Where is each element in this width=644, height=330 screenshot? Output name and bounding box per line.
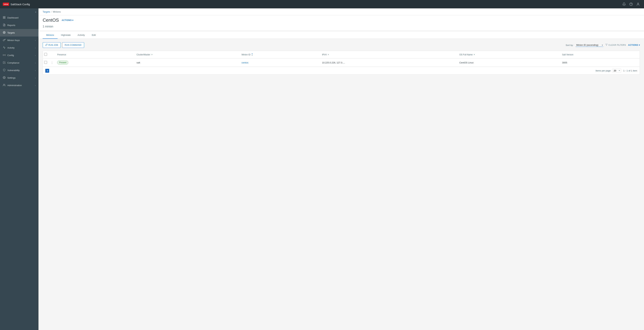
- column-header-salt-version: Salt Version: [560, 51, 640, 58]
- administration-chevron: ›: [35, 84, 36, 86]
- page-header-top: CentOS ACTIONS ▾: [43, 17, 640, 24]
- collapse-icon[interactable]: «: [35, 10, 36, 13]
- tab-activity[interactable]: Activity: [74, 32, 88, 39]
- toolbar: RUN JOB RUN COMMAND Sort by: Minion ID (…: [43, 42, 640, 48]
- actions-chevron-icon: ▾: [72, 19, 74, 21]
- sidebar-item-compliance[interactable]: Compliance ›: [0, 59, 38, 67]
- column-header-minion-id[interactable]: Minion ID ▲ ▼: [239, 51, 320, 58]
- sidebar-label-administration: Administration: [7, 84, 22, 87]
- svg-rect-6: [3, 18, 4, 18]
- content-area: RUN JOB RUN COMMAND Sort by: Minion ID (…: [38, 39, 644, 330]
- row-checkbox-cell: [43, 58, 49, 67]
- run-job-button[interactable]: RUN JOB: [43, 42, 61, 48]
- toolbar-actions-button[interactable]: ACTIONS ▾: [628, 44, 640, 46]
- minion-id-link[interactable]: centos: [242, 61, 248, 64]
- sort-label: Sort by:: [566, 44, 574, 46]
- svg-marker-15: [606, 44, 608, 46]
- column-header-cluster-master[interactable]: Cluster/Master ▼: [134, 51, 239, 58]
- clear-filters-button[interactable]: CLEAR FILTERS: [605, 44, 626, 46]
- minion-keys-icon: [3, 39, 6, 42]
- breadcrumb-bar: Targets / Minions: [38, 8, 644, 15]
- cluster-filter-icon[interactable]: ▼: [151, 54, 153, 56]
- toolbar-left: RUN JOB RUN COMMAND: [43, 42, 84, 48]
- targets-icon: [3, 31, 6, 34]
- svg-point-11: [4, 32, 4, 33]
- column-expander-button[interactable]: [45, 69, 49, 73]
- cell-ipv4: 10.225.0.226, 127.0....: [320, 58, 457, 67]
- minions-table: Presence Cluster/Master ▼: [43, 51, 640, 67]
- sidebar-item-reports[interactable]: Reports: [0, 21, 38, 29]
- row-menu-button[interactable]: ⋮: [50, 60, 54, 65]
- svg-rect-3: [3, 16, 4, 17]
- select-all-checkbox[interactable]: [44, 53, 47, 56]
- breadcrumb-separator: /: [51, 10, 52, 13]
- filter-icon: [605, 44, 608, 46]
- sidebar-item-vulnerability[interactable]: Vulnerability ›: [0, 67, 38, 74]
- run-job-icon: [45, 44, 48, 46]
- sidebar-collapse[interactable]: «: [0, 8, 38, 14]
- administration-icon: [3, 84, 6, 87]
- svg-point-12: [4, 55, 4, 55]
- per-page-select[interactable]: 10 20 50 100: [612, 69, 621, 73]
- sort-asc-arrow[interactable]: ▲: [251, 53, 253, 54]
- sidebar-item-minion-keys[interactable]: Minion Keys ›: [0, 36, 38, 44]
- ipv4-filter-icon[interactable]: ▼: [328, 54, 329, 56]
- help-icon[interactable]: [628, 1, 634, 7]
- table-wrapper: Presence Cluster/Master ▼: [43, 51, 640, 75]
- dashboard-icon: [3, 16, 6, 19]
- run-command-button[interactable]: RUN COMMAND: [62, 42, 84, 48]
- column-header-ipv4[interactable]: IPV4 ▼: [320, 51, 457, 58]
- svg-rect-4: [4, 16, 5, 17]
- row-checkbox[interactable]: [44, 61, 47, 64]
- config-icon: [3, 54, 6, 57]
- tab-highstate[interactable]: Highstate: [58, 32, 74, 39]
- sidebar: « Dashboard Reports T: [0, 8, 38, 330]
- items-per-page: Items per page 10 20 50 100: [596, 69, 621, 73]
- cell-cluster-master: salt: [134, 58, 239, 67]
- vulnerability-icon: [3, 69, 6, 72]
- activity-icon: [3, 46, 6, 49]
- row-menu-cell: ⋮: [49, 58, 55, 67]
- cell-minion-id: centos: [239, 58, 320, 67]
- page-actions-button[interactable]: ACTIONS ▾: [62, 19, 74, 21]
- svg-point-2: [638, 3, 639, 4]
- pagination-bar: Items per page 10 20 50 100 1 - 1 of 1 i…: [43, 67, 640, 74]
- compliance-chevron: ›: [35, 62, 36, 64]
- main-content: Targets / Minions CentOS ACTIONS ▾ 1 min…: [38, 8, 644, 330]
- minion-id-sort-arrows[interactable]: ▲ ▼: [251, 53, 253, 56]
- sidebar-item-administration[interactable]: Administration ›: [0, 82, 38, 89]
- column-header-os-full-name[interactable]: OS Full Name ▼: [457, 51, 560, 58]
- pagination-range: 1 - 1 of 1 item: [623, 69, 637, 72]
- top-nav-right: [621, 1, 641, 7]
- sort-desc-arrow[interactable]: ▼: [251, 55, 253, 56]
- toolbar-actions-chevron: ▾: [639, 44, 640, 46]
- config-chevron: ›: [35, 54, 36, 56]
- presence-badge: Present: [57, 61, 68, 64]
- sidebar-item-activity[interactable]: Activity ›: [0, 44, 38, 51]
- os-filter-icon[interactable]: ▼: [474, 54, 475, 56]
- sidebar-item-targets[interactable]: Targets: [0, 29, 38, 36]
- minion-keys-chevron: ›: [35, 39, 36, 41]
- sort-select-wrap: Minion ID (ascending) Minion ID (descend…: [576, 43, 603, 47]
- page-title: CentOS: [43, 17, 59, 23]
- sort-select[interactable]: Minion ID (ascending) Minion ID (descend…: [576, 43, 603, 47]
- reports-icon: [3, 23, 6, 27]
- sidebar-item-settings[interactable]: Settings ›: [0, 74, 38, 82]
- breadcrumb-minions: Minions: [53, 10, 61, 13]
- user-icon[interactable]: [635, 1, 641, 7]
- svg-point-9: [3, 31, 5, 33]
- tab-edit[interactable]: Edit: [88, 32, 99, 39]
- table-row: ⋮ Present salt centos 10.225.0.226, 127.…: [43, 58, 640, 67]
- breadcrumb-targets[interactable]: Targets: [43, 10, 50, 13]
- select-all-header: [43, 51, 49, 58]
- settings-icon: [3, 76, 6, 79]
- sidebar-item-dashboard[interactable]: Dashboard: [0, 14, 38, 21]
- tab-minions[interactable]: Minions: [43, 32, 58, 39]
- bell-icon[interactable]: [621, 1, 627, 7]
- sidebar-item-config[interactable]: Config ›: [0, 51, 38, 59]
- breadcrumb: Targets / Minions: [43, 10, 640, 13]
- settings-chevron: ›: [35, 77, 36, 79]
- column-header-presence: Presence: [55, 51, 134, 58]
- cell-salt-version: 3005: [560, 58, 640, 67]
- tabs: Minions Highstate Activity Edit: [38, 32, 644, 39]
